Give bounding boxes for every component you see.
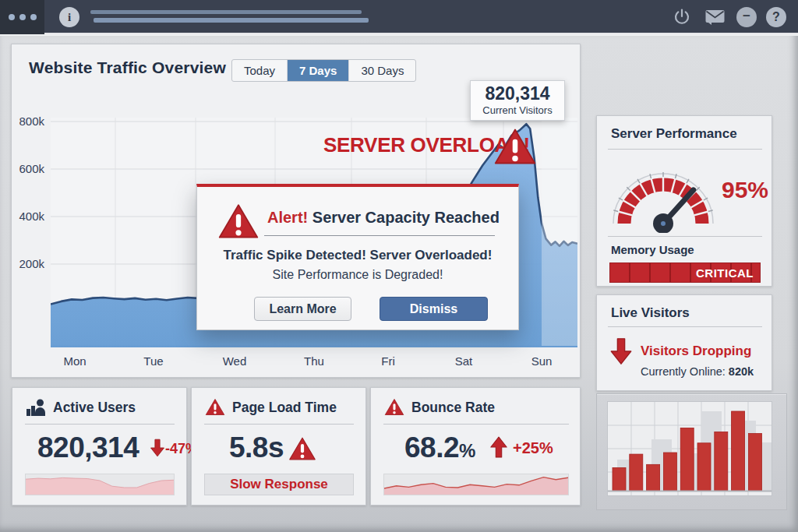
modal-message-line1: Traffic Spike Detected! Server Overloade… [197, 248, 518, 263]
bounce-rate-title: Bounce Rate [411, 400, 495, 416]
memory-usage-label: Memory Usage [611, 243, 694, 256]
page-load-time-card: Page Load Time 5.8s Slow Response [191, 387, 366, 506]
warning-triangle-icon [205, 398, 225, 416]
online-value: 820k [729, 365, 754, 378]
incident-bar-chart [608, 402, 772, 495]
range-tabs: Today 7 Days 30 Days [231, 59, 416, 82]
address-bar-skeleton-line1 [90, 10, 362, 14]
alert-modal: Alert! Server Capacity Reached Traffic S… [196, 184, 519, 330]
currently-online: Currently Online: 820k [641, 365, 754, 378]
ellipsis-icon[interactable] [0, 0, 44, 34]
bounce-rate-sparkline [383, 474, 569, 495]
x-tick-tue: Tue [129, 354, 178, 368]
callout-value: 820,314 [471, 83, 564, 104]
dismiss-button[interactable]: Dismiss [380, 297, 488, 321]
mail-icon[interactable] [704, 9, 726, 26]
tab-today[interactable]: Today [232, 60, 288, 81]
modal-title-rest: Server Capacity Reached [308, 209, 500, 226]
gauge-value: 95% [722, 177, 768, 203]
address-bar-skeleton-line2 [94, 18, 369, 23]
live-visitors-panel: Live Visitors Visitors Dropping Currentl… [596, 294, 772, 391]
arrow-up-icon [489, 435, 508, 460]
bounce-rate-card: Bounce Rate 68.2% +25% [370, 387, 581, 506]
y-tick-200k: 200k [12, 257, 44, 270]
warning-triangle-icon [217, 203, 260, 240]
slow-response-text: Slow Response [230, 477, 328, 492]
tab-30-days[interactable]: 30 Days [349, 60, 415, 81]
modal-title: Alert! Server Capacity Reached [267, 209, 500, 227]
server-performance-title: Server Performance [611, 126, 737, 142]
learn-more-button[interactable]: Learn More [254, 297, 351, 321]
dot [19, 14, 26, 20]
users-icon [25, 398, 48, 418]
server-load-gauge [605, 155, 722, 233]
dashboard-content: Website Traffic Overview Today 7 Days 30… [0, 34, 798, 532]
bounce-rate-unit: % [459, 440, 475, 461]
app-window: i − ? Website Traffic Overview Today 7 D… [0, 0, 798, 532]
x-tick-sun: Sun [517, 354, 566, 368]
modal-message-line2: Site Performance is Degraded! [197, 268, 518, 282]
x-tick-fri: Fri [364, 354, 412, 368]
dot [9, 14, 15, 20]
tab-7-days[interactable]: 7 Days [288, 60, 349, 81]
modal-title-alert: Alert! [267, 209, 308, 226]
live-visitors-title: Live Visitors [611, 305, 690, 321]
x-tick-sat: Sat [440, 354, 488, 368]
callout-label: Current Visitors [471, 104, 564, 116]
y-tick-600k: 600k [12, 162, 44, 175]
x-tick-thu: Thu [290, 354, 338, 368]
active-users-title: Active Users [53, 400, 136, 416]
active-users-sparkline [25, 474, 175, 495]
current-visitors-callout: 820,314 Current Visitors [470, 80, 565, 121]
arrow-down-icon [150, 438, 165, 458]
active-users-value: 820,314 [37, 432, 139, 464]
page-title: Website Traffic Overview [29, 58, 226, 77]
warning-triangle-icon [384, 398, 404, 416]
x-tick-mon: Mon [51, 354, 99, 368]
incident-chart-area [607, 401, 772, 496]
server-performance-panel: Server Performance 95% Memory Usage CRIT… [596, 115, 772, 287]
power-icon[interactable] [672, 7, 692, 27]
warning-triangle-icon [493, 127, 537, 166]
visitors-status: Visitors Dropping [641, 344, 751, 359]
help-icon[interactable]: ? [766, 7, 786, 27]
slow-response-badge: Slow Response [204, 474, 354, 495]
top-bar: i − ? [0, 0, 798, 34]
bounce-rate-delta: +25% [513, 439, 553, 457]
active-users-card: Active Users 820,314 -47% [12, 387, 187, 506]
bounce-rate-value: 68.2% [404, 432, 475, 464]
memory-usage-bar: CRITICAL [609, 262, 761, 283]
page-load-value: 5.8s [229, 432, 284, 464]
y-tick-800k: 800k [12, 115, 44, 128]
online-label: Currently Online: [641, 365, 726, 378]
minimize-icon[interactable]: − [736, 7, 757, 27]
warning-triangle-icon [288, 436, 316, 461]
page-load-time-title: Page Load Time [232, 400, 337, 416]
memory-status-badge: CRITICAL [696, 266, 760, 280]
x-tick-wed: Wed [210, 354, 259, 368]
modal-divider [264, 235, 495, 236]
info-icon[interactable]: i [59, 7, 79, 27]
y-tick-400k: 400k [12, 210, 44, 223]
dot [30, 14, 37, 20]
incident-chart-panel [596, 393, 787, 510]
arrow-down-icon [609, 336, 633, 367]
